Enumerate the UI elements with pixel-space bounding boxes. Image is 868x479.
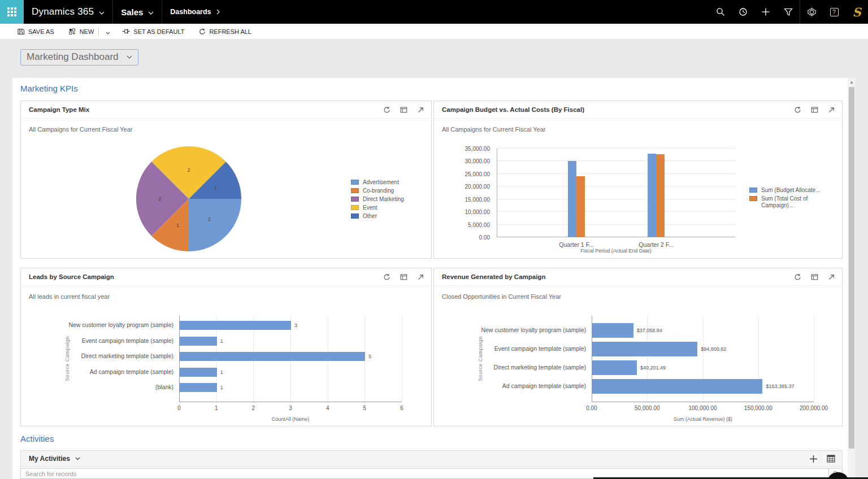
expand-icon[interactable] <box>828 273 835 281</box>
legend-label: Advertisement <box>363 179 399 186</box>
panel-title: Revenue Generated by Campaign <box>442 273 794 280</box>
add-activity-icon[interactable] <box>809 455 818 463</box>
app-launcher-waffle-icon[interactable] <box>0 0 24 24</box>
panel-title: Campaign Budget vs. Actual Costs (By Fis… <box>442 106 794 113</box>
hbar[interactable] <box>592 342 697 356</box>
column-bar[interactable] <box>568 161 576 237</box>
gridline <box>497 148 735 149</box>
panel-campaign-type-mix: Campaign Type Mix All Campaigns for Curr… <box>20 101 432 259</box>
legend-label: Other <box>363 213 377 220</box>
x-tick-label: 0 <box>177 405 181 411</box>
account-logo-icon[interactable]: S <box>845 0 868 24</box>
expand-icon[interactable] <box>828 106 835 114</box>
leads-hbar-chart[interactable]: Source Campaign 0123456New customer loya… <box>29 316 421 402</box>
x-tick-label: 4 <box>326 405 329 411</box>
refresh-icon[interactable] <box>794 273 801 281</box>
refresh-all-button[interactable]: REFRESH ALL <box>192 24 259 39</box>
bar-value-label: $37,058.84 <box>637 328 662 333</box>
gridline <box>497 211 735 212</box>
x-axis-line <box>179 402 402 402</box>
new-icon <box>69 28 76 35</box>
search-icon[interactable] <box>709 0 732 24</box>
grid-view-icon[interactable] <box>827 455 835 463</box>
view-records-icon[interactable] <box>811 273 818 281</box>
help-icon[interactable]: ? <box>823 0 845 24</box>
save-icon <box>18 28 25 35</box>
hbar[interactable] <box>592 323 633 338</box>
x-tick-label: 150,000.00 <box>744 405 772 411</box>
chart-subtitle: All Campaigns for Current Fiscal Year <box>29 126 132 133</box>
view-records-icon[interactable] <box>400 273 407 281</box>
view-records-icon[interactable] <box>811 106 818 114</box>
revenue-xaxis-title: Sum (Actual Revenue) ($) <box>674 416 732 422</box>
save-as-button[interactable]: SAVE AS <box>10 24 62 39</box>
new-dropdown-caret[interactable] <box>101 27 115 37</box>
chevron-down-icon <box>148 7 154 17</box>
y-tick-label: 15,000.00 <box>465 197 491 203</box>
pie-slice-advertisement[interactable] <box>189 199 241 251</box>
column-bar[interactable] <box>648 154 656 237</box>
row-category-label: Ad campaign template (sample) <box>29 368 173 375</box>
y-tick-label: 5,000.00 <box>468 222 490 228</box>
hbar[interactable] <box>180 321 291 330</box>
hbar[interactable] <box>180 368 217 377</box>
legend-label: Event <box>363 204 377 211</box>
vertical-scrollbar[interactable]: ▲ <box>848 78 856 479</box>
legend-swatch <box>749 188 757 193</box>
pie-legend: AdvertisementCo-brandingDirect Marketing… <box>351 179 404 221</box>
pin-icon <box>122 28 130 34</box>
breadcrumb-label: Dashboards <box>170 8 211 16</box>
hbar[interactable] <box>592 360 637 375</box>
area-menu[interactable]: Sales <box>113 0 162 24</box>
column-bar[interactable] <box>656 154 665 237</box>
pie-slice-value: 1 <box>214 185 217 190</box>
app-name: Dynamics 365 <box>32 6 94 18</box>
recent-history-icon[interactable] <box>732 0 754 24</box>
bar-value-label: 1 <box>220 338 223 344</box>
row-category-label: Ad campaign template (sample) <box>442 382 586 389</box>
bar-group <box>648 154 665 237</box>
hbar[interactable] <box>180 337 217 346</box>
legend-item: Event <box>351 204 404 211</box>
gridline <box>497 199 735 199</box>
bar-group <box>568 161 585 237</box>
scroll-up-arrow[interactable]: ▲ <box>849 80 854 85</box>
chevron-right-icon <box>216 7 220 17</box>
scrollbar-thumb[interactable] <box>849 87 854 448</box>
x-tick-label: 100,000.00 <box>688 405 717 411</box>
expand-icon[interactable] <box>417 106 424 114</box>
budget-column-chart[interactable]: Quarter 1 F...Quarter 2 F... <box>497 149 735 237</box>
my-activities-view-selector[interactable]: My Activities <box>29 455 809 463</box>
x-axis-line <box>592 402 814 402</box>
row-category-label: Direct marketing template (sample) <box>29 352 173 359</box>
x-tick-label: 50,000.00 <box>635 405 660 411</box>
new-label: NEW <box>80 28 94 35</box>
hbar[interactable] <box>180 383 217 392</box>
new-button[interactable]: NEW <box>62 24 97 39</box>
breadcrumb[interactable]: Dashboards <box>162 0 227 24</box>
refresh-icon[interactable] <box>383 106 390 114</box>
filter-icon[interactable] <box>777 0 800 24</box>
set-as-default-button[interactable]: SET AS DEFAULT <box>115 24 192 39</box>
leads-xaxis-title: CountAll (Name) <box>272 416 310 422</box>
legend-swatch <box>351 205 359 210</box>
settings-gear-icon[interactable] <box>800 0 823 24</box>
add-icon[interactable] <box>754 0 777 24</box>
legend-label: Sum (Total Cost of Campaign)... <box>761 195 834 209</box>
dashboard-selector[interactable]: Marketing Dashboard <box>20 49 138 66</box>
row-category-label: Direct marketing template (sample) <box>442 364 586 371</box>
legend-item: Co-branding <box>351 188 404 194</box>
refresh-icon[interactable] <box>383 273 390 281</box>
pie-chart[interactable]: 21212 <box>135 145 242 252</box>
expand-icon[interactable] <box>417 273 424 281</box>
view-records-icon[interactable] <box>400 106 407 114</box>
column-bar[interactable] <box>576 176 585 237</box>
refresh-icon[interactable] <box>794 106 801 114</box>
app-name-menu[interactable]: Dynamics 365 <box>24 0 113 24</box>
gridline <box>497 160 735 161</box>
chart-subtitle: All Campaigns for Current Fiscal Year <box>442 126 545 133</box>
refresh-all-label: REFRESH ALL <box>209 28 251 35</box>
hbar[interactable] <box>592 379 762 394</box>
revenue-hbar-chart[interactable]: Source Campaign 0.0050,000.00100,000.001… <box>442 316 834 402</box>
hbar[interactable] <box>180 352 365 361</box>
